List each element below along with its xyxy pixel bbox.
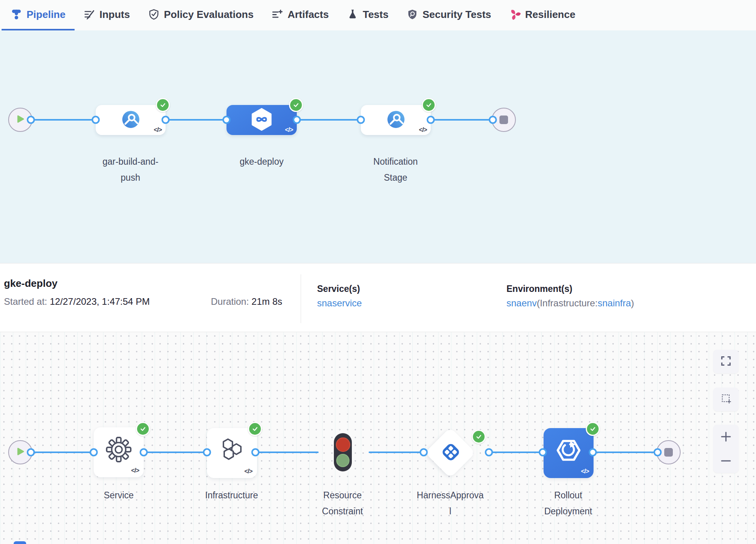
yaml-code-badge: </> [131,467,139,474]
step-node-infrastructure[interactable]: </> [207,428,257,478]
started-at-label: Started at: [4,296,47,307]
step-label[interactable]: Rollout Deployment [535,487,601,519]
connector-port [223,116,231,124]
connector-port [90,448,98,457]
stop-icon [499,116,508,124]
stage-node-gar-build-and-push[interactable]: </> [96,105,166,135]
success-badge [289,98,303,112]
connector-port [539,448,547,457]
marquee-select-button[interactable] [713,388,739,411]
tab-label: Tests [363,9,389,21]
shield-check-icon [148,9,160,20]
tab-policy-evaluations[interactable]: Policy Evaluations [139,0,263,30]
exec-edge [31,452,94,453]
duration-value: 21m 8s [251,296,282,307]
stage-label[interactable]: Notification Stage [362,154,429,186]
step-node-resource-constraint[interactable] [334,433,352,471]
service-link-row: snaservice [317,298,362,309]
step-label[interactable]: Service [80,487,158,503]
yaml-code-badge: </> [244,468,252,475]
yaml-code-badge: </> [419,126,427,133]
connector-port [162,116,170,124]
tab-artifacts[interactable]: Artifacts [262,0,337,30]
fullscreen-icon [720,355,732,368]
play-icon [16,447,25,458]
tab-security-tests[interactable]: Security Tests [398,0,500,30]
zoom-in-button[interactable] [713,425,739,449]
stage-label[interactable]: gke-deploy [223,154,301,170]
tab-resilience[interactable]: Resilience [500,0,585,30]
success-badge [136,422,150,436]
yaml-code-badge: </> [581,468,589,475]
connector-port [203,448,211,457]
connector-port [485,448,493,457]
cd-stage-icon [250,108,273,132]
connector-port [293,116,301,124]
connector-port [357,116,365,124]
tab-label: Inputs [100,9,130,21]
execution-summary-bar: gke-deploy Started at: 12/27/2023, 1:47:… [0,263,756,332]
step-node-harness-approval[interactable] [425,427,476,478]
tab-pipeline[interactable]: Pipeline [2,0,75,30]
infrastructure-link[interactable]: snainfra [597,298,631,308]
stage-title: gke-deploy [4,277,57,290]
exec-edge [255,452,319,453]
success-badge [156,98,170,112]
step-node-rollout-deployment[interactable]: </> [544,428,594,478]
zoom-controls [713,425,739,473]
success-badge [472,430,486,444]
stage-node-notification-stage[interactable]: </> [361,105,431,135]
tab-label: Pipeline [27,9,66,21]
exec-edge [369,452,424,453]
exec-edge [144,452,207,453]
step-label[interactable]: Resource Constraint [309,487,376,519]
pipeline-execution-page: Pipeline Inputs Policy Evaluations [0,0,756,544]
stage-label[interactable]: gar-build-and-push [97,154,164,186]
connector-port [589,448,597,457]
services-heading: Service(s) [317,284,360,294]
environment-row: snaenv(Infrastructure:snainfra) [506,298,634,309]
yaml-code-badge: </> [154,126,162,133]
yaml-code-badge: </> [285,126,293,133]
fullscreen-button[interactable] [713,350,739,373]
security-shield-icon [407,9,418,20]
traffic-light-red-icon [336,437,350,452]
environment-link[interactable]: snaenv [506,298,537,308]
step-node-service[interactable]: </> [94,427,144,477]
inputs-icon [84,9,95,20]
build-stage-icon [121,110,141,131]
success-badge [586,422,600,436]
service-link[interactable]: snaservice [317,298,362,308]
zoom-in-icon [719,430,733,443]
connector-port [27,116,35,124]
tab-label: Resilience [525,9,576,21]
success-badge [248,422,262,436]
gear-icon [104,435,133,466]
connector-port [92,116,100,124]
step-label[interactable]: Infrastructure [193,487,271,503]
approval-icon [431,434,469,471]
tab-inputs[interactable]: Inputs [75,0,139,30]
execution-graph-canvas[interactable]: </> </> [0,332,756,544]
environments-heading: Environment(s) [506,284,572,294]
connector-port [27,448,35,457]
list-plus-icon [271,9,283,20]
resilience-pinwheel-icon [509,9,521,20]
rollout-icon [553,434,585,468]
connector-port [140,448,148,457]
stage-graph-canvas[interactable]: </> </> </> [0,30,756,263]
zoom-out-button[interactable] [713,449,739,473]
connector-port [489,116,497,124]
partial-node-sliver [14,541,26,544]
stage-node-gke-deploy[interactable]: </> [226,105,297,135]
tab-label: Artifacts [287,9,328,21]
started-at-row: Started at: 12/27/2023, 1:47:54 PM [4,296,150,307]
zoom-out-icon [719,454,733,468]
vertical-divider [301,274,301,323]
step-label[interactable]: HarnessApproval [417,487,484,519]
build-stage-icon [386,110,406,131]
tab-tests[interactable]: Tests [338,0,398,30]
started-at-value: 12/27/2023, 1:47:54 PM [50,296,150,307]
pipeline-icon [11,9,22,20]
connector-port [420,448,428,457]
